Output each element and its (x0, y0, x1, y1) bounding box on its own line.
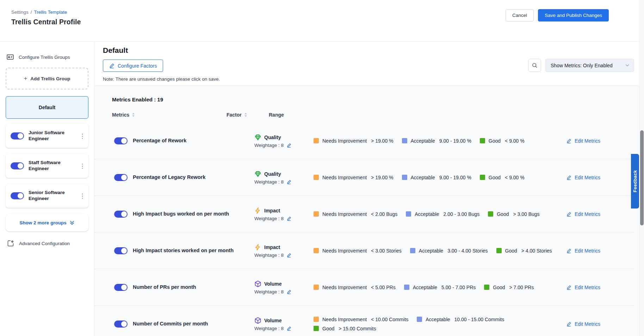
weightage-label: Weightage : 8 (254, 289, 284, 294)
range-color-swatch (480, 175, 485, 180)
sort-icon[interactable] (244, 112, 247, 117)
range-color-swatch (314, 175, 319, 180)
group-enabled-toggle[interactable] (11, 162, 24, 169)
range-color-swatch (406, 211, 411, 217)
show-metrics-dropdown[interactable]: Show Metrics: Only Enabled (545, 59, 634, 72)
factor-cell: Quality Weightage : 8 (254, 134, 314, 148)
range-cell: Needs Improvement < 3.00 Stories Accepta… (314, 248, 566, 254)
metric-enabled-toggle[interactable] (114, 284, 128, 291)
range-value: > 7.00 PRs (509, 285, 534, 290)
breadcrumb-trellis-template[interactable]: Trellis Template (34, 10, 67, 15)
range-value: < 9.00 % (505, 175, 525, 180)
edit-weightage-icon[interactable] (287, 180, 291, 184)
configure-factors-label: Configure Factors (118, 63, 157, 69)
range-level-label: Good (489, 175, 501, 180)
range-level-label: Good (489, 138, 501, 144)
edit-metrics-label: Edit Metrics (575, 138, 600, 144)
range-color-swatch (314, 138, 319, 143)
range-value: < 9.00 % (505, 138, 525, 144)
feedback-tab[interactable]: Feedback (631, 154, 639, 209)
factor-label: Impact (264, 208, 280, 213)
range-color-swatch (314, 326, 319, 331)
metric-enabled-toggle[interactable] (114, 174, 128, 181)
vertical-scrollbar-track[interactable] (639, 0, 644, 336)
edit-weightage-icon[interactable] (287, 216, 291, 221)
weightage-label: Weightage : 8 (254, 216, 284, 221)
edit-metrics-label: Edit Metrics (575, 248, 600, 254)
column-header-factor[interactable]: Factor (227, 112, 269, 118)
range-cell: Needs Improvement > 19.00 % Acceptable 9… (314, 175, 566, 180)
range-color-swatch (402, 175, 407, 180)
kebab-menu-icon[interactable]: ⋮ (79, 162, 85, 170)
sidebar-group-item[interactable]: Senior Software Engineer ⋮ (6, 184, 88, 208)
metric-enabled-toggle[interactable] (114, 211, 128, 218)
sidebar-group-item[interactable]: Junior Software Engineer ⋮ (6, 124, 88, 148)
advanced-configuration-icon (7, 240, 14, 247)
kebab-menu-icon[interactable]: ⋮ (79, 192, 85, 200)
configure-factors-button[interactable]: Configure Factors (103, 60, 163, 72)
column-header-metrics[interactable]: Metrics (112, 112, 227, 118)
edit-weightage-icon[interactable] (287, 290, 291, 294)
weightage: Weightage : 8 (254, 326, 314, 331)
range-level-label: Needs Improvement (322, 317, 367, 322)
show-more-groups-label: Show 2 more groups (19, 220, 67, 225)
range-color-swatch (496, 248, 502, 253)
edit-metrics-link[interactable]: Edit Metrics (566, 175, 633, 180)
metric-enabled-toggle[interactable] (114, 321, 128, 328)
range-badge: Acceptable 3.00 - 4.00 Stories (410, 248, 488, 254)
metric-rows: Percentage of Rework Quality Weightage :… (94, 123, 644, 336)
advanced-configuration-link[interactable]: Advanced Configuration (6, 240, 88, 247)
range-badge: Good > 7.00 PRs (484, 285, 534, 290)
range-value: 9.00 - 19.00 % (439, 175, 471, 180)
edit-weightage-icon[interactable] (287, 143, 291, 148)
metric-name: High Impact bugs worked on per month (133, 211, 254, 217)
edit-metrics-link[interactable]: Edit Metrics (566, 211, 633, 217)
metric-enabled-toggle[interactable] (114, 247, 128, 254)
edit-metrics-link[interactable]: Edit Metrics (566, 321, 633, 327)
unsaved-changes-note: Note: There are unsaved changes please c… (103, 76, 644, 82)
lightning-impact-icon (254, 207, 261, 214)
breadcrumb-settings[interactable]: Settings (11, 10, 29, 15)
add-trellis-group-button[interactable]: + Add Trellis Group (6, 68, 88, 89)
range-level-label: Good (493, 285, 505, 290)
range-badge: Good < 9.00 % (480, 138, 525, 144)
show-more-groups-button[interactable]: Show 2 more groups (6, 214, 88, 231)
edit-metrics-label: Edit Metrics (575, 211, 600, 217)
metric-row: High Impact stories worked on per month … (94, 232, 633, 269)
group-enabled-toggle[interactable] (11, 192, 24, 199)
edit-weightage-icon[interactable] (287, 253, 291, 257)
edit-pen-icon (109, 63, 114, 68)
range-badge: Needs Improvement < 3.00 Stories (314, 248, 402, 254)
range-value: > 4.00 Stories (521, 248, 552, 254)
save-and-publish-button[interactable]: Save and Publish Changes (538, 9, 609, 21)
edit-weightage-icon[interactable] (287, 326, 291, 331)
edit-metrics-label: Edit Metrics (575, 321, 600, 327)
search-icon (532, 62, 538, 68)
sidebar-item-default[interactable]: Default (6, 96, 88, 119)
cancel-button[interactable]: Cancel (506, 9, 534, 21)
edit-metrics-link[interactable]: Edit Metrics (566, 138, 633, 144)
factor-label: Impact (264, 244, 280, 250)
edit-metrics-link[interactable]: Edit Metrics (566, 248, 633, 254)
weightage-label: Weightage : 8 (254, 253, 284, 258)
metric-name: Percentage of Rework (133, 137, 254, 144)
group-enabled-toggle[interactable] (11, 132, 24, 139)
kebab-menu-icon[interactable]: ⋮ (79, 132, 85, 140)
range-color-swatch (404, 285, 409, 290)
vertical-scrollbar-thumb[interactable] (640, 130, 644, 225)
trellis-groups-card-icon (6, 53, 14, 61)
sidebar-group-item[interactable]: Staff Software Engineer ⋮ (6, 154, 88, 178)
metric-enabled-toggle[interactable] (114, 137, 128, 144)
metric-name: Number of PRs per month (133, 284, 254, 291)
search-button[interactable] (528, 59, 541, 72)
edit-metrics-link[interactable]: Edit Metrics (566, 285, 633, 290)
group-list: Junior Software Engineer ⋮ Staff Softwar… (6, 124, 88, 208)
metric-row: Number of PRs per month Volume Weightage… (94, 269, 633, 306)
range-value: 2.00 - 3.00 Bugs (443, 211, 479, 217)
sort-icon[interactable] (132, 112, 135, 117)
range-value: < 3.00 Stories (371, 248, 402, 254)
edit-metrics-label: Edit Metrics (575, 285, 600, 290)
range-value: < 2.00 Bugs (371, 211, 397, 217)
plus-icon: + (24, 75, 27, 82)
factor-label: Volume (264, 281, 282, 287)
